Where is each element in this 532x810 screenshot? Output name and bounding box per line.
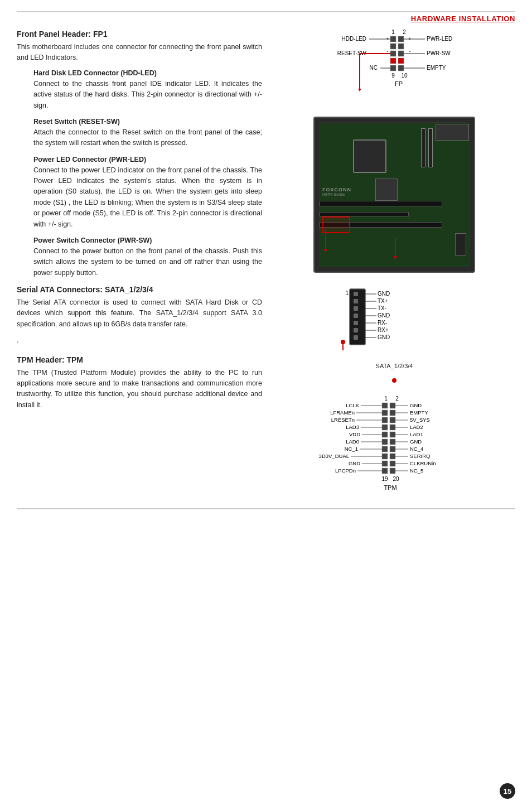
- mb-pci-slot2: [320, 212, 409, 216]
- svg-rect-10: [382, 425, 388, 430]
- fp-pwr-led-label: PWR-LED: [427, 36, 452, 42]
- sata-pin6: [354, 328, 358, 332]
- mb-pcb: FOXCONN H87M Series: [319, 122, 470, 267]
- tpm-lad0: LAD0: [346, 438, 359, 445]
- fp-pin1-label: 1: [391, 29, 395, 35]
- hdd-led-section: Hard Disk LED Connector (HDD-LED) Connec…: [17, 69, 262, 111]
- tpm-lad1: LAD1: [410, 431, 423, 437]
- sata-rx--label: RX-: [378, 320, 387, 326]
- sata-diagram-svg: 1 GND TX+ TX- GND RX- RX+ GND: [333, 286, 456, 361]
- tpm-pin1: 1: [384, 396, 388, 402]
- mb-pci-slot1: [320, 201, 442, 206]
- svg-rect-19: [390, 454, 395, 459]
- fp-pin-r1c2: [398, 36, 404, 42]
- tpm-3d3v: 3D3V_DUAL: [319, 453, 349, 459]
- tpm-pin2: 2: [395, 396, 399, 402]
- sata-tpm-separator-dot: [392, 378, 396, 383]
- tpm-empty: EMPTY: [410, 409, 428, 416]
- reset-sw-body: Attach the connector to the Reset switch…: [33, 127, 262, 149]
- sata-pin7: [354, 335, 358, 340]
- sata-rx+-label: RX+: [378, 327, 389, 333]
- fp-pwr-sw-label: PWR-SW: [427, 50, 451, 56]
- pwr-sw-body: Connect to the power button on the front…: [33, 246, 262, 278]
- sata-gnd2-label: GND: [378, 312, 390, 319]
- tpm-gnd-left: GND: [349, 460, 360, 466]
- pwr-led-title: Power LED Connector (PWR-LED): [33, 156, 262, 163]
- page-number: 15: [500, 783, 515, 799]
- mb-cpu-socket: [353, 139, 386, 173]
- svg-rect-9: [390, 417, 395, 423]
- main-layout: Front Panel Header: FP1 This motherboard…: [17, 27, 515, 497]
- sata-tx--label: TX-: [378, 305, 386, 311]
- svg-rect-22: [382, 468, 388, 474]
- sata-dot: .: [17, 335, 262, 346]
- svg-rect-17: [390, 446, 395, 452]
- svg-rect-21: [390, 461, 395, 466]
- svg-rect-14: [382, 439, 388, 445]
- mb-fp-highlight: [322, 216, 350, 233]
- tpm-diagram-container: 1 2: [273, 394, 515, 497]
- svg-rect-4: [382, 403, 388, 408]
- tpm-section: TPM Header: TPM The TPM (Trusted Platfor…: [17, 355, 262, 411]
- sata-title: Serial ATA Connectors: SATA_1/2/3/4: [17, 285, 262, 294]
- fp-nc-label: NC: [370, 65, 378, 71]
- tpm-serirq: SERIRQ: [410, 453, 430, 459]
- svg-rect-16: [382, 446, 388, 452]
- sata-pin4: [354, 314, 358, 318]
- tpm-lclk: LCLK: [346, 402, 359, 408]
- tpm-lframen: LFRAMEn: [330, 409, 355, 416]
- sata-red-dot: [341, 340, 345, 344]
- tpm-diagram-svg: 1 2: [311, 394, 478, 497]
- tpm-lad2: LAD2: [410, 424, 423, 430]
- fp-pin-r5c1: [390, 65, 396, 71]
- pwr-sw-section: Power Switch Connector (PWR-SW) Connect …: [17, 237, 262, 278]
- svg-rect-20: [382, 461, 388, 466]
- tpm-nc1: NC_1: [345, 446, 358, 452]
- mb-ram-slot2: [421, 128, 425, 167]
- pwr-led-body: Connect to the power LED indicator on th…: [33, 165, 262, 230]
- page-header-title: HARDWARE INSTALLATION: [411, 15, 515, 23]
- page-container: HARDWARE INSTALLATION Front Panel Header…: [0, 0, 532, 810]
- sata-diagram-container: 1 GND TX+ TX- GND RX- RX+ GND: [273, 286, 515, 369]
- svg-rect-11: [390, 425, 395, 430]
- tpm-lad3: LAD3: [346, 424, 359, 430]
- svg-rect-5: [390, 403, 395, 408]
- fp-pin-r4c2: [398, 58, 404, 64]
- tpm-nc4: NC_4: [410, 446, 423, 452]
- svg-rect-8: [382, 417, 388, 423]
- fp-diagram-svg: 1 2 + - + -: [327, 27, 461, 108]
- tpm-5vsys: 5V_SYS: [410, 417, 430, 423]
- svg-rect-6: [382, 410, 388, 416]
- svg-rect-23: [390, 468, 395, 474]
- tpm-lpcpdn: LPCPDn: [335, 467, 356, 474]
- sata-connector-label: SATA_1/2/3/4: [376, 363, 413, 369]
- tpm-vdd: VDD: [349, 431, 360, 437]
- mb-io-shield: [436, 124, 469, 141]
- reset-sw-section: Reset Switch (RESET-SW) Attach the conne…: [17, 118, 262, 149]
- fp1-title: Front Panel Header: FP1: [17, 30, 262, 38]
- sata-pin1: [354, 292, 358, 296]
- top-rule: [17, 11, 515, 12]
- header-bar: HARDWARE INSTALLATION: [17, 15, 515, 23]
- sata-gnd1-label: GND: [378, 291, 390, 297]
- svg-rect-7: [390, 410, 395, 416]
- fp-pin-r3c2: [398, 51, 404, 56]
- mb-ram-slot1: [428, 128, 433, 167]
- sata-pin2: [354, 299, 358, 303]
- bottom-rule: [17, 508, 515, 509]
- tpm-pin19: 19: [381, 476, 388, 482]
- fp1-body: This motherboard includes one connector …: [17, 42, 262, 64]
- tpm-pin20: 20: [393, 476, 399, 482]
- fp-pin9-label: 9: [391, 73, 395, 79]
- tpm-lresetn: LRESETn: [331, 417, 355, 423]
- tpm-gnd-r6: GND: [410, 438, 422, 445]
- motherboard-image: FOXCONN H87M Series: [313, 117, 475, 273]
- left-column: Front Panel Header: FP1 This motherboard…: [17, 27, 262, 497]
- tpm-clkrunin: CLKRUNin: [410, 460, 436, 466]
- mb-brand-text: FOXCONN: [322, 187, 351, 192]
- hdd-led-body: Connect to the chassis front panel IDE i…: [33, 79, 262, 111]
- sata-tx+-label: TX+: [378, 298, 388, 304]
- mb-sata-ports: [455, 233, 466, 255]
- hdd-led-title: Hard Disk LED Connector (HDD-LED): [33, 69, 262, 77]
- svg-rect-15: [390, 439, 395, 445]
